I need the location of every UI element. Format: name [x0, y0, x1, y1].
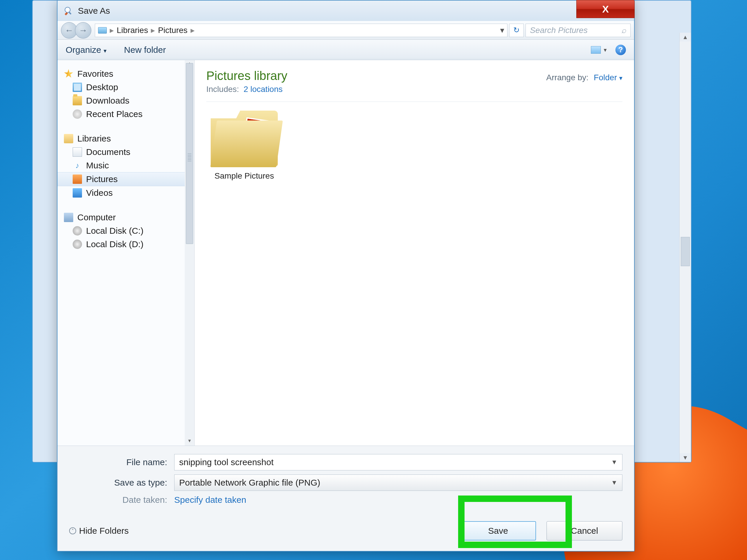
filename-input[interactable]: snipping tool screenshot ▼: [174, 454, 622, 470]
views-icon: [591, 46, 601, 54]
svg-point-0: [65, 7, 70, 12]
sidebar-libraries[interactable]: Libraries: [57, 132, 185, 145]
close-button[interactable]: X: [576, 0, 635, 18]
filetype-value: Portable Network Graphic file (PNG): [179, 478, 320, 488]
views-button[interactable]: ▾: [591, 46, 607, 54]
save-as-dialog: Save As X ← → ▸ Libraries ▸ Pictures ▸ ▾…: [57, 0, 635, 552]
breadcrumb-item[interactable]: Pictures: [158, 26, 187, 35]
new-folder-button[interactable]: New folder: [124, 45, 166, 55]
titlebar[interactable]: Save As X: [57, 1, 634, 21]
folder-item-sample-pictures[interactable]: Sample Pictures: [206, 110, 282, 181]
svg-rect-1: [68, 11, 72, 15]
toolbar: Organize ▾ New folder ▾ ?: [57, 40, 634, 60]
library-title: Pictures library: [206, 69, 287, 83]
sidebar-group-label: Computer: [77, 212, 116, 222]
filetype-select[interactable]: Portable Network Graphic file (PNG) ▼: [174, 475, 622, 491]
sidebar-item-downloads[interactable]: Downloads: [57, 94, 185, 107]
sidebar-item-label: Local Disk (D:): [86, 239, 144, 249]
videos-icon: [73, 188, 82, 198]
help-button[interactable]: ?: [615, 45, 626, 55]
sidebar-item-pictures[interactable]: Pictures: [57, 172, 185, 186]
scroll-down-icon[interactable]: ▼: [679, 453, 691, 462]
cancel-button[interactable]: Cancel: [546, 521, 622, 540]
music-icon: ♪: [73, 161, 82, 170]
refresh-button[interactable]: ↻: [509, 24, 524, 37]
sidebar-item-label: Downloads: [86, 96, 129, 106]
sidebar-item-documents[interactable]: Documents: [57, 145, 185, 159]
folder-icon: [211, 110, 278, 166]
organize-menu[interactable]: Organize ▾: [66, 45, 106, 55]
forward-icon: →: [79, 25, 87, 35]
hide-folders-toggle[interactable]: ˄ Hide Folders: [69, 526, 129, 536]
chevron-right-icon[interactable]: ▸: [190, 25, 195, 35]
chevron-down-icon: ▾: [604, 46, 607, 53]
breadcrumb[interactable]: ▸ Libraries ▸ Pictures ▸ ▾: [95, 24, 508, 37]
sidebar-favorites[interactable]: Favorites: [57, 67, 185, 80]
libraries-icon: [64, 134, 73, 143]
documents-icon: [73, 147, 82, 157]
disk-icon: [73, 239, 82, 249]
breadcrumb-item[interactable]: Libraries: [117, 26, 148, 35]
computer-icon: [64, 213, 73, 222]
sidebar-item-label: Videos: [86, 188, 113, 198]
cancel-button-label: Cancel: [571, 526, 598, 536]
hide-folders-label: Hide Folders: [79, 526, 129, 536]
save-options: File name: snipping tool screenshot ▼ Sa…: [57, 446, 634, 514]
sidebar-item-label: Documents: [86, 147, 130, 157]
arrange-value[interactable]: Folder ▾: [594, 73, 622, 82]
background-window-scrollbar[interactable]: ▲ ▼: [679, 33, 691, 462]
sidebar-item-recent[interactable]: Recent Places: [57, 107, 185, 121]
scroll-thumb[interactable]: [681, 237, 690, 266]
library-subtitle: Includes: 2 locations: [206, 85, 287, 94]
search-input[interactable]: Search Pictures ⌕: [525, 24, 630, 37]
recent-icon: [73, 109, 82, 119]
scroll-down-icon[interactable]: ▾: [185, 437, 194, 446]
sidebar-item-label: Desktop: [86, 82, 118, 92]
file-list-pane[interactable]: Pictures library Includes: 2 locations A…: [195, 60, 634, 446]
chevron-right-icon[interactable]: ▸: [151, 25, 155, 35]
sidebar-scrollbar[interactable]: ▴ ▾: [185, 60, 195, 446]
navigation-pane: Favorites Desktop Downloads Recent Place…: [57, 60, 185, 446]
sidebar-item-videos[interactable]: Videos: [57, 186, 185, 200]
window-title: Save As: [78, 6, 110, 16]
arrange-by[interactable]: Arrange by: Folder ▾: [546, 73, 622, 82]
sidebar-item-disk-c[interactable]: Local Disk (C:): [57, 224, 185, 237]
save-button[interactable]: Save: [460, 521, 536, 540]
filename-value: snipping tool screenshot: [179, 457, 274, 467]
sidebar-item-music[interactable]: ♪ Music: [57, 159, 185, 172]
search-icon: ⌕: [621, 26, 626, 35]
forward-button[interactable]: →: [75, 22, 91, 39]
refresh-icon: ↻: [513, 26, 520, 35]
search-placeholder: Search Pictures: [530, 26, 588, 35]
sidebar-computer[interactable]: Computer: [57, 211, 185, 224]
sidebar-item-label: Pictures: [86, 174, 118, 184]
chevron-down-icon: ▾: [619, 74, 622, 82]
star-icon: [64, 69, 73, 78]
divider: [206, 102, 622, 102]
sidebar-item-desktop[interactable]: Desktop: [57, 80, 185, 94]
folder-item-label: Sample Pictures: [206, 171, 282, 181]
date-taken-link[interactable]: Specify date taken: [174, 495, 246, 505]
folder-icon: [73, 96, 82, 105]
locations-link[interactable]: 2 locations: [243, 85, 283, 94]
chevron-right-icon[interactable]: ▸: [110, 25, 114, 35]
sidebar-item-label: Recent Places: [86, 109, 143, 119]
arrange-label: Arrange by:: [546, 73, 589, 82]
sidebar-group-label: Libraries: [77, 134, 111, 144]
location-icon: [98, 27, 107, 33]
collapse-icon: ˄: [69, 527, 76, 534]
pictures-icon: [73, 175, 82, 184]
sidebar-item-disk-d[interactable]: Local Disk (D:): [57, 237, 185, 251]
dialog-footer: ˄ Hide Folders Save Cancel: [57, 514, 634, 551]
address-bar: ← → ▸ Libraries ▸ Pictures ▸ ▾ ↻ Search …: [57, 21, 634, 40]
app-icon: [63, 5, 74, 16]
scroll-up-icon[interactable]: ▲: [679, 33, 691, 42]
filetype-label: Save as type:: [69, 478, 174, 488]
chevron-down-icon[interactable]: ▼: [611, 479, 617, 486]
sidebar-group-label: Favorites: [77, 69, 113, 79]
desktop-icon: [73, 83, 82, 92]
filename-label: File name:: [69, 457, 174, 467]
chevron-down-icon[interactable]: ▼: [611, 458, 617, 466]
history-dropdown-icon[interactable]: ▾: [500, 25, 504, 35]
save-button-label: Save: [488, 526, 508, 536]
